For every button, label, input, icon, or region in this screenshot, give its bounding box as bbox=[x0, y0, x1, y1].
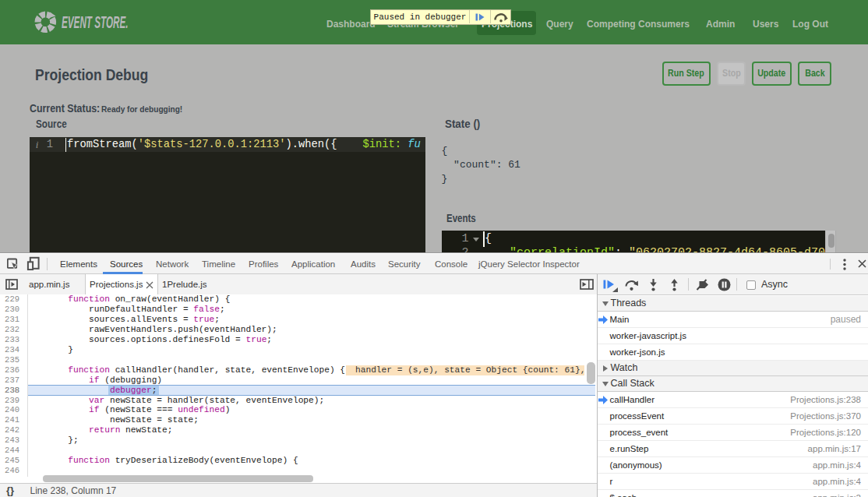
svg-text:EVENT STORE.: EVENT STORE. bbox=[62, 12, 129, 32]
